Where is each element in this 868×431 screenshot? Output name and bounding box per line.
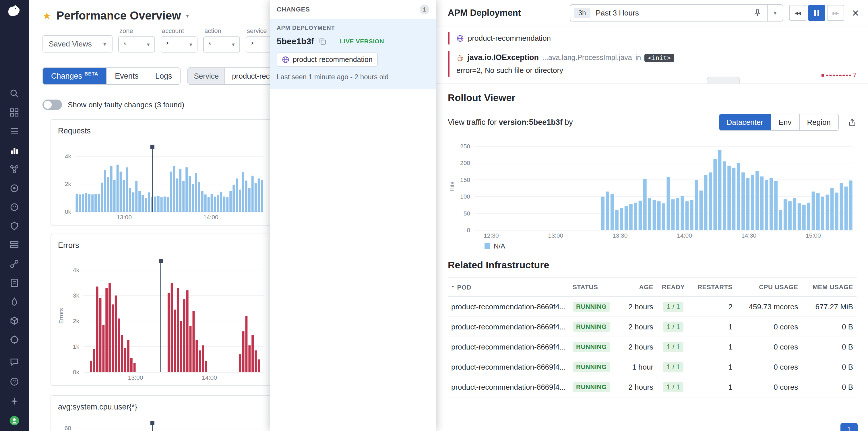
datadog-logo-icon[interactable] — [7, 4, 22, 20]
apm-icon[interactable] — [9, 163, 20, 175]
logs-icon[interactable] — [9, 277, 20, 289]
synthetics-icon[interactable] — [9, 183, 20, 194]
copy-icon[interactable] — [319, 38, 326, 45]
mem-usage-cell: 0 B — [802, 357, 857, 377]
tab-logs[interactable]: Logs — [147, 68, 180, 84]
tab-events[interactable]: Events — [106, 68, 147, 84]
apm-deployment-change[interactable]: APM DEPLOYMENT 5bee1b3f LIVE VERSION pro… — [270, 19, 436, 89]
chevron-down-icon[interactable]: ▾ — [186, 12, 189, 19]
column-header-restarts[interactable]: RESTARTS — [690, 278, 736, 297]
svg-text:4k: 4k — [65, 153, 71, 159]
svg-text:Hits: Hits — [449, 182, 455, 191]
group-by-env-button[interactable]: Env — [771, 114, 799, 130]
faulty-changes-toggle[interactable] — [42, 99, 62, 110]
pagination-button[interactable]: 1 — [840, 423, 858, 431]
network-icon[interactable] — [9, 258, 20, 270]
apm-deployment-panel: APM Deployment 3h Past 3 Hours ▾ ◀◀ ▶▶ × — [436, 0, 868, 431]
cpu-usage-cell: 459.73 mcores — [736, 297, 802, 317]
rewind-button[interactable]: ◀◀ — [789, 5, 806, 21]
panel-title: APM Deployment — [448, 8, 521, 18]
processes-icon[interactable] — [9, 239, 20, 251]
changes-popover-header: CHANGES 1 — [270, 0, 436, 19]
cpu-usage-cell: 0 cores — [736, 357, 802, 377]
pod-name-cell[interactable]: product-recommendation-8669f4... — [448, 297, 569, 317]
help-icon[interactable]: ? — [9, 376, 20, 388]
status-badge: RUNNING — [572, 382, 610, 392]
chat-icon[interactable] — [9, 357, 20, 368]
status-badge: RUNNING — [572, 362, 610, 372]
dashboards-icon[interactable] — [9, 107, 20, 118]
errors-chart[interactable]: 0k1k2k3k4k13:0014:00Errors — [57, 254, 267, 382]
ready-badge: 1 / 1 — [663, 382, 683, 392]
pod-row[interactable]: product-recommendation-8669f4...RUNNING2… — [448, 297, 857, 317]
traffic-text: View traffic for version:5bee1b3f by — [448, 118, 573, 127]
status-badge: RUNNING — [572, 302, 610, 312]
search-icon[interactable] — [9, 88, 20, 99]
cpu-chart[interactable]: 60 — [57, 416, 267, 431]
watchdog-icon[interactable] — [9, 202, 20, 213]
template-var-select[interactable]: *▾ — [161, 36, 197, 53]
pod-name-cell[interactable]: product-recommendation-8669f4... — [448, 337, 569, 357]
sparkle-icon[interactable] — [9, 395, 20, 407]
pod-name-cell[interactable]: product-recommendation-8669f4... — [448, 317, 569, 337]
template-var-label: account — [161, 27, 197, 35]
pod-row[interactable]: product-recommendation-8669f4...RUNNING2… — [448, 317, 857, 337]
pin-icon[interactable] — [753, 9, 762, 17]
favorite-star-icon[interactable]: ★ — [42, 10, 51, 22]
age-cell: 2 hours — [619, 317, 657, 337]
column-header-pod[interactable]: ↑POD — [448, 278, 569, 297]
pod-name-cell[interactable]: product-recommendation-8669f4... — [448, 357, 569, 377]
close-icon[interactable]: × — [852, 7, 859, 19]
pod-row[interactable]: product-recommendation-8669f4...RUNNING2… — [448, 337, 857, 357]
exception-title: java.io.IOException — [467, 53, 539, 62]
error-event-row[interactable]: java.io.IOException ...ava.lang.ProcessI… — [448, 51, 857, 76]
event-service-name: product-recommendation — [468, 34, 551, 43]
incidents-icon[interactable] — [9, 334, 20, 345]
column-header-age[interactable]: AGE — [619, 278, 657, 297]
restarts-cell: 2 — [690, 297, 736, 317]
pause-button[interactable] — [808, 5, 825, 21]
pod-row[interactable]: product-recommendation-8669f4...RUNNING2… — [448, 377, 857, 397]
rollout-viewer-section: Rollout Viewer View traffic for version:… — [436, 84, 868, 250]
chart-legend[interactable]: N/A — [485, 242, 857, 250]
security-icon[interactable] — [9, 220, 20, 232]
chevron-down-icon[interactable]: ▾ — [768, 9, 783, 17]
requests-chart[interactable]: 0k2k4k13:0014:00 — [57, 140, 267, 221]
tab-changes[interactable]: ChangesBETA — [43, 68, 106, 84]
group-by-region-button[interactable]: Region — [799, 114, 838, 130]
svg-text:60: 60 — [65, 425, 71, 431]
globe-icon — [282, 56, 289, 63]
column-header-cpu-usage[interactable]: CPU USAGE — [736, 278, 802, 297]
requests-card: Requests 0k2k4k13:0014:00 — [51, 119, 273, 225]
saved-views-dropdown[interactable]: Saved Views ▾ — [42, 35, 113, 53]
profiling-icon[interactable] — [9, 296, 20, 308]
avatar-icon[interactable] — [9, 415, 20, 426]
pod-name-cell[interactable]: product-recommendation-8669f4... — [448, 377, 569, 397]
forward-button[interactable]: ▶▶ — [827, 5, 844, 21]
rollout-chart[interactable]: 05010015020025012:3013:0013:3014:0014:30… — [448, 138, 857, 240]
time-range-selector[interactable]: 3h Past 3 Hours ▾ — [570, 4, 783, 22]
group-by-datacenter-button[interactable]: Datacenter — [719, 114, 771, 130]
svg-text:Errors: Errors — [58, 308, 64, 324]
column-header-mem-usage[interactable]: MEM USAGE — [802, 278, 857, 297]
ready-cell: 1 / 1 — [657, 377, 690, 397]
cpu-usage-cell: 0 cores — [736, 337, 802, 357]
deployment-event-row[interactable]: product-recommendation — [448, 32, 857, 44]
packages-icon[interactable] — [9, 315, 20, 327]
column-header-status[interactable]: STATUS — [569, 278, 619, 297]
ready-cell: 1 / 1 — [657, 297, 690, 317]
metrics-icon[interactable] — [9, 145, 20, 156]
column-header-ready[interactable]: READY — [657, 278, 690, 297]
traffic-prefix: View traffic for — [448, 118, 497, 127]
beta-badge: BETA — [84, 71, 98, 77]
service-pill[interactable]: product-recommendation — [277, 53, 378, 67]
chart-title: avg:system.cpu.user{*} — [57, 401, 267, 416]
template-var-select[interactable]: *▾ — [118, 36, 155, 53]
pod-row[interactable]: product-recommendation-8669f4...RUNNING1… — [448, 357, 857, 377]
traffic-version: version:5bee1b3f — [499, 118, 563, 127]
toggle-knob — [43, 101, 52, 109]
template-var-select[interactable]: *▾ — [203, 36, 240, 53]
export-icon[interactable] — [848, 118, 857, 127]
lists-icon[interactable] — [9, 126, 20, 137]
sidebar: ? — [0, 0, 29, 431]
